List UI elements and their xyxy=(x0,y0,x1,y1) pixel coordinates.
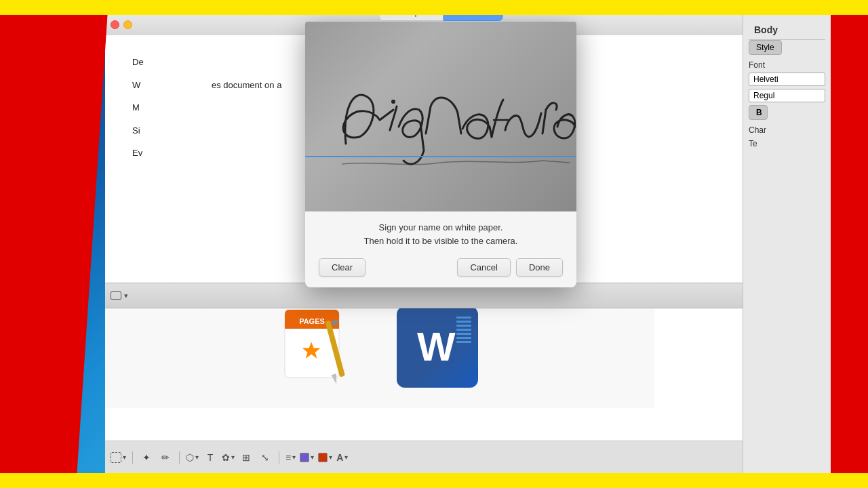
signature-dialog: Trackpad Camera xyxy=(105,15,831,473)
btn-group-right: Cancel Done xyxy=(457,258,563,277)
svg-point-7 xyxy=(391,100,395,104)
cancel-button[interactable]: Cancel xyxy=(457,258,510,277)
main-area: De W es document on a M Si Ev xyxy=(105,15,831,473)
signature-drawing xyxy=(305,22,576,211)
red-border-left xyxy=(0,0,108,488)
yellow-border-bottom xyxy=(0,473,868,488)
instruction-line-2: Then hold it to be visible to the camera… xyxy=(364,236,518,246)
instruction-line-1: Sign your name on white paper. xyxy=(379,222,503,232)
dialog-instruction: Sign your name on white paper. Then hold… xyxy=(305,211,576,251)
signature-baseline xyxy=(305,156,576,157)
clear-button[interactable]: Clear xyxy=(319,258,366,277)
red-border-right xyxy=(831,0,868,488)
done-button[interactable]: Done xyxy=(516,258,563,277)
yellow-border-top xyxy=(0,0,868,15)
dialog-box: Trackpad Camera xyxy=(305,22,576,287)
camera-view xyxy=(305,22,576,211)
dialog-buttons: Clear Cancel Done xyxy=(305,251,576,287)
